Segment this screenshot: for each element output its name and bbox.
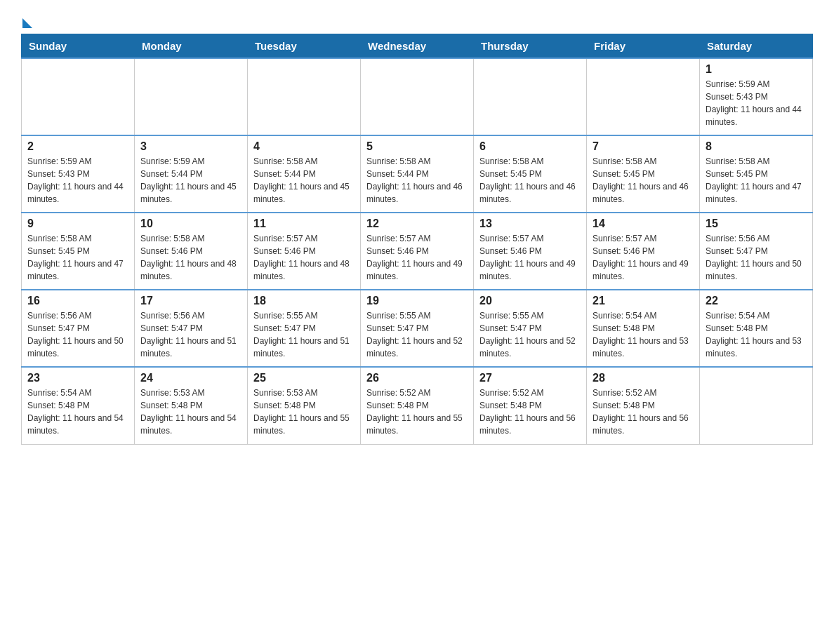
calendar-day-cell: 13Sunrise: 5:57 AM Sunset: 5:46 PM Dayli… — [474, 213, 587, 290]
day-number: 14 — [593, 217, 694, 230]
day-sun-info: Sunrise: 5:55 AM Sunset: 5:47 PM Dayligh… — [253, 309, 355, 360]
calendar-col-header: Sunday — [22, 34, 135, 59]
calendar-day-cell: 15Sunrise: 5:56 AM Sunset: 5:47 PM Dayli… — [700, 213, 813, 290]
day-sun-info: Sunrise: 5:58 AM Sunset: 5:45 PM Dayligh… — [706, 155, 807, 206]
day-sun-info: Sunrise: 5:58 AM Sunset: 5:44 PM Dayligh… — [366, 155, 468, 206]
day-number: 21 — [593, 295, 694, 307]
day-number: 16 — [27, 295, 128, 307]
day-number: 22 — [706, 295, 807, 307]
day-sun-info: Sunrise: 5:59 AM Sunset: 5:43 PM Dayligh… — [706, 78, 807, 128]
day-number: 2 — [27, 140, 128, 153]
day-sun-info: Sunrise: 5:57 AM Sunset: 5:46 PM Dayligh… — [593, 232, 694, 283]
day-number: 15 — [706, 217, 807, 230]
day-number: 11 — [253, 217, 355, 230]
day-number: 4 — [253, 140, 355, 153]
calendar-day-cell: 20Sunrise: 5:55 AM Sunset: 5:47 PM Dayli… — [474, 290, 587, 367]
calendar-day-cell: 9Sunrise: 5:58 AM Sunset: 5:45 PM Daylig… — [22, 213, 135, 290]
day-number: 8 — [706, 140, 807, 153]
day-sun-info: Sunrise: 5:56 AM Sunset: 5:47 PM Dayligh… — [140, 309, 241, 360]
calendar-day-cell: 25Sunrise: 5:53 AM Sunset: 5:48 PM Dayli… — [248, 367, 361, 444]
calendar-col-header: Monday — [135, 34, 248, 59]
calendar-day-cell — [474, 58, 587, 135]
calendar-day-cell: 4Sunrise: 5:58 AM Sunset: 5:44 PM Daylig… — [248, 135, 361, 213]
day-number: 6 — [479, 140, 581, 153]
day-sun-info: Sunrise: 5:52 AM Sunset: 5:48 PM Dayligh… — [366, 387, 468, 437]
calendar-header-row: SundayMondayTuesdayWednesdayThursdayFrid… — [22, 34, 813, 59]
day-sun-info: Sunrise: 5:54 AM Sunset: 5:48 PM Dayligh… — [706, 309, 807, 360]
day-number: 12 — [366, 217, 468, 230]
day-sun-info: Sunrise: 5:57 AM Sunset: 5:46 PM Dayligh… — [366, 232, 468, 283]
day-number: 1 — [706, 63, 807, 76]
day-sun-info: Sunrise: 5:58 AM Sunset: 5:45 PM Dayligh… — [479, 155, 581, 206]
calendar-week-row: 1Sunrise: 5:59 AM Sunset: 5:43 PM Daylig… — [22, 58, 813, 135]
calendar-day-cell: 12Sunrise: 5:57 AM Sunset: 5:46 PM Dayli… — [361, 213, 474, 290]
calendar-day-cell: 22Sunrise: 5:54 AM Sunset: 5:48 PM Dayli… — [700, 290, 813, 367]
day-number: 27 — [479, 372, 581, 384]
calendar-day-cell: 21Sunrise: 5:54 AM Sunset: 5:48 PM Dayli… — [587, 290, 700, 367]
calendar-day-cell: 8Sunrise: 5:58 AM Sunset: 5:45 PM Daylig… — [700, 135, 813, 213]
calendar-day-cell: 26Sunrise: 5:52 AM Sunset: 5:48 PM Dayli… — [361, 367, 474, 444]
calendar-day-cell: 28Sunrise: 5:52 AM Sunset: 5:48 PM Dayli… — [587, 367, 700, 444]
calendar-col-header: Wednesday — [361, 34, 474, 59]
calendar-week-row: 9Sunrise: 5:58 AM Sunset: 5:45 PM Daylig… — [22, 213, 813, 290]
calendar-week-row: 2Sunrise: 5:59 AM Sunset: 5:43 PM Daylig… — [22, 135, 813, 213]
day-number: 20 — [479, 295, 581, 307]
calendar-day-cell: 16Sunrise: 5:56 AM Sunset: 5:47 PM Dayli… — [22, 290, 135, 367]
day-number: 13 — [479, 217, 581, 230]
calendar-week-row: 23Sunrise: 5:54 AM Sunset: 5:48 PM Dayli… — [22, 367, 813, 444]
calendar-day-cell: 27Sunrise: 5:52 AM Sunset: 5:48 PM Dayli… — [474, 367, 587, 444]
calendar-day-cell — [248, 58, 361, 135]
calendar-col-header: Thursday — [474, 34, 587, 59]
calendar-day-cell: 18Sunrise: 5:55 AM Sunset: 5:47 PM Dayli… — [248, 290, 361, 367]
calendar-day-cell: 3Sunrise: 5:59 AM Sunset: 5:44 PM Daylig… — [135, 135, 248, 213]
calendar-day-cell: 23Sunrise: 5:54 AM Sunset: 5:48 PM Dayli… — [22, 367, 135, 444]
page-header — [21, 14, 813, 27]
day-sun-info: Sunrise: 5:58 AM Sunset: 5:45 PM Dayligh… — [27, 232, 128, 283]
day-sun-info: Sunrise: 5:52 AM Sunset: 5:48 PM Dayligh… — [593, 387, 694, 437]
calendar-day-cell: 19Sunrise: 5:55 AM Sunset: 5:47 PM Dayli… — [361, 290, 474, 367]
day-sun-info: Sunrise: 5:52 AM Sunset: 5:48 PM Dayligh… — [479, 387, 581, 437]
day-number: 18 — [253, 295, 355, 307]
logo — [21, 14, 32, 27]
day-sun-info: Sunrise: 5:59 AM Sunset: 5:44 PM Dayligh… — [140, 155, 241, 206]
calendar-col-header: Friday — [587, 34, 700, 59]
calendar-day-cell: 2Sunrise: 5:59 AM Sunset: 5:43 PM Daylig… — [22, 135, 135, 213]
day-sun-info: Sunrise: 5:56 AM Sunset: 5:47 PM Dayligh… — [27, 309, 128, 360]
day-number: 3 — [140, 140, 241, 153]
calendar-col-header: Saturday — [700, 34, 813, 59]
calendar-week-row: 16Sunrise: 5:56 AM Sunset: 5:47 PM Dayli… — [22, 290, 813, 367]
calendar-day-cell: 11Sunrise: 5:57 AM Sunset: 5:46 PM Dayli… — [248, 213, 361, 290]
calendar-day-cell: 14Sunrise: 5:57 AM Sunset: 5:46 PM Dayli… — [587, 213, 700, 290]
day-sun-info: Sunrise: 5:55 AM Sunset: 5:47 PM Dayligh… — [366, 309, 468, 360]
day-sun-info: Sunrise: 5:54 AM Sunset: 5:48 PM Dayligh… — [593, 309, 694, 360]
day-number: 24 — [140, 372, 241, 384]
calendar-table: SundayMondayTuesdayWednesdayThursdayFrid… — [21, 34, 813, 445]
day-number: 26 — [366, 372, 468, 384]
calendar-day-cell: 7Sunrise: 5:58 AM Sunset: 5:45 PM Daylig… — [587, 135, 700, 213]
day-number: 23 — [27, 372, 128, 384]
day-sun-info: Sunrise: 5:59 AM Sunset: 5:43 PM Dayligh… — [27, 155, 128, 206]
day-sun-info: Sunrise: 5:58 AM Sunset: 5:46 PM Dayligh… — [140, 232, 241, 283]
day-sun-info: Sunrise: 5:54 AM Sunset: 5:48 PM Dayligh… — [27, 387, 128, 437]
logo-arrow-icon — [22, 18, 32, 28]
day-sun-info: Sunrise: 5:55 AM Sunset: 5:47 PM Dayligh… — [479, 309, 581, 360]
day-number: 28 — [593, 372, 694, 384]
calendar-day-cell: 6Sunrise: 5:58 AM Sunset: 5:45 PM Daylig… — [474, 135, 587, 213]
calendar-day-cell: 24Sunrise: 5:53 AM Sunset: 5:48 PM Dayli… — [135, 367, 248, 444]
day-sun-info: Sunrise: 5:58 AM Sunset: 5:44 PM Dayligh… — [253, 155, 355, 206]
day-number: 19 — [366, 295, 468, 307]
calendar-day-cell: 17Sunrise: 5:56 AM Sunset: 5:47 PM Dayli… — [135, 290, 248, 367]
calendar-day-cell — [361, 58, 474, 135]
day-number: 25 — [253, 372, 355, 384]
calendar-day-cell: 5Sunrise: 5:58 AM Sunset: 5:44 PM Daylig… — [361, 135, 474, 213]
calendar-col-header: Tuesday — [248, 34, 361, 59]
day-sun-info: Sunrise: 5:53 AM Sunset: 5:48 PM Dayligh… — [253, 387, 355, 437]
calendar-day-cell — [587, 58, 700, 135]
calendar-day-cell — [135, 58, 248, 135]
day-number: 9 — [27, 217, 128, 230]
day-sun-info: Sunrise: 5:53 AM Sunset: 5:48 PM Dayligh… — [140, 387, 241, 437]
day-number: 7 — [593, 140, 694, 153]
day-number: 5 — [366, 140, 468, 153]
calendar-day-cell: 10Sunrise: 5:58 AM Sunset: 5:46 PM Dayli… — [135, 213, 248, 290]
calendar-day-cell — [22, 58, 135, 135]
